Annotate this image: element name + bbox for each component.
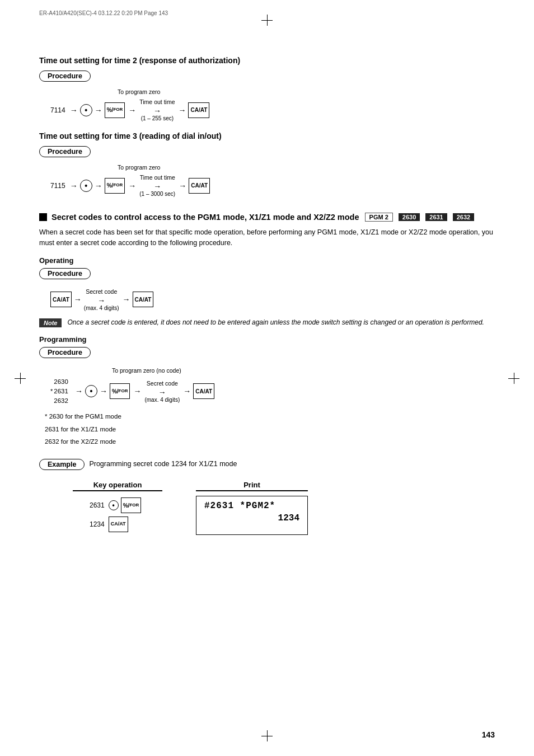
arrow-op2: → xyxy=(123,295,130,304)
programming-heading: Programming xyxy=(39,335,495,344)
badge-2632: 2632 xyxy=(453,213,474,221)
print-output: #2631 *PGM2* 1234 xyxy=(196,496,308,535)
header-text: ER-A410/A420(SEC)-4 03.12.22 0:20 PM Pag… xyxy=(39,10,168,16)
footnote-3: 2632 for the X2/Z2 mode xyxy=(45,436,495,447)
print-col: Print #2631 *PGM2* 1234 xyxy=(196,481,308,535)
operating-subsection: Operating Procedure CA/AT → Secret code … xyxy=(39,256,495,327)
for-key-time2: %/FOR xyxy=(105,102,125,118)
section-time2-title: Time out setting for time 2 (response of… xyxy=(39,56,495,65)
dot-key-time2: • xyxy=(80,104,92,116)
arrow-prog1: → xyxy=(75,387,83,396)
print-line2: 1234 xyxy=(204,513,299,523)
arrow-op1: → xyxy=(74,295,82,304)
section-secret: Secret codes to control access to the PG… xyxy=(39,213,495,535)
example-text: Programming secret code 1234 for X1/Z1 m… xyxy=(89,459,237,469)
section-time2: Time out setting for time 2 (response of… xyxy=(39,56,495,121)
footnote-1: * 2630 for the PGM1 mode xyxy=(45,411,495,421)
dot-key-ex: • xyxy=(109,500,119,510)
key-op-title: Key operation xyxy=(73,481,162,491)
crosshair-left xyxy=(15,373,26,384)
diagram-time3: 7115 → • → %/FOR → Time out time → (1 – … xyxy=(50,174,495,197)
example-row: Example Programming secret code 1234 for… xyxy=(39,456,495,473)
arrow1-time3: → xyxy=(70,181,78,190)
procedure-badge-operating: Procedure xyxy=(39,268,91,279)
section-time3-title: Time out setting for time 3 (reading of … xyxy=(39,132,495,140)
key-val-2631: 2631 xyxy=(90,501,105,509)
diagram-time2: 7114 → • → %/FOR → Time out time → (1 – … xyxy=(50,98,495,121)
secret-code-label-op: Secret code → (max. 4 digits) xyxy=(84,288,119,311)
note-block: Note Once a secret code is entered, it d… xyxy=(39,318,495,327)
arrow3-time2: → xyxy=(128,106,136,115)
crosshair-bottom xyxy=(261,730,273,741)
key-op-col: Key operation 2631 • %/FOR 1234 CA/AT xyxy=(73,481,162,535)
arrow-prog2: → xyxy=(100,387,107,396)
crosshair-top xyxy=(261,15,273,26)
key-val-1234: 1234 xyxy=(90,520,105,528)
step-num-time2: 7114 xyxy=(50,106,65,114)
procedure-badge-time2: Procedure xyxy=(39,71,91,82)
caat-key-ex: CA/AT xyxy=(109,516,128,532)
to-program-zero-time2: To program zero xyxy=(118,88,495,95)
badge-2630: 2630 xyxy=(399,213,420,221)
for-key-time3: %/FOR xyxy=(105,178,125,194)
for-key-ex: %/FOR xyxy=(121,497,142,513)
caat-key-op2: CA/AT xyxy=(133,292,154,307)
diagram-operating: CA/AT → Secret code → (max. 4 digits) → … xyxy=(50,288,495,311)
secret-body-text: When a secret code has been set for that… xyxy=(39,227,495,248)
operating-heading: Operating xyxy=(39,256,495,265)
badge-2631: 2631 xyxy=(425,213,447,221)
page: ER-A410/A420(SEC)-4 03.12.22 0:20 PM Pag… xyxy=(0,0,534,756)
note-badge: Note xyxy=(39,318,62,327)
arrow4-time2: → xyxy=(178,106,186,115)
stacked-nums: 2630 2631 2632 xyxy=(54,377,68,406)
major-section-title: Secret codes to control access to the PG… xyxy=(39,213,495,222)
arrow1-time2: → xyxy=(70,106,78,115)
major-section-text: Secret codes to control access to the PG… xyxy=(51,213,359,222)
procedure-badge-programming: Procedure xyxy=(39,347,91,358)
arrow2-time2: → xyxy=(95,106,102,115)
arrow2-time3: → xyxy=(95,181,102,190)
caat-key-op1: CA/AT xyxy=(50,292,72,307)
arrow-prog3: → xyxy=(133,387,141,396)
key-print-section: Key operation 2631 • %/FOR 1234 CA/AT xyxy=(73,481,495,535)
time-label-time3: Time out time → (1 – 3000 sec) xyxy=(139,174,175,197)
pgm2-badge: PGM 2 xyxy=(365,213,393,222)
example-section: Example Programming secret code 1234 for… xyxy=(39,456,495,535)
diagram-programming: * 2630 2631 2632 → • → %/FOR → Secret co… xyxy=(50,377,495,406)
caat-key-prog: CA/AT xyxy=(193,383,214,399)
print-line1: #2631 *PGM2* xyxy=(204,501,299,511)
dot-key-time3: • xyxy=(80,180,92,192)
arrow-prog4: → xyxy=(183,387,191,396)
example-badge: Example xyxy=(39,459,85,470)
time-label-time2: Time out time → (1 – 255 sec) xyxy=(139,98,175,121)
key-op-row-2: 1234 CA/AT xyxy=(90,516,128,532)
step-num-time3: 7115 xyxy=(50,182,65,190)
for-key-prog: %/FOR xyxy=(110,383,130,399)
secret-code-label-prog: Secret code → (max. 4 digits) xyxy=(144,380,180,403)
print-title: Print xyxy=(196,481,308,491)
arrow3-time3: → xyxy=(128,181,136,190)
footnote-2: 2631 for the X1/Z1 mode xyxy=(45,424,495,434)
programming-subsection: Programming Procedure To program zero (n… xyxy=(39,335,495,536)
crosshair-right xyxy=(508,373,519,384)
to-program-zero-time3: To program zero xyxy=(118,164,495,171)
to-program-zero-prog: To program zero (no code) xyxy=(112,367,495,374)
dot-key-prog: • xyxy=(85,385,97,397)
key-op-row-1: 2631 • %/FOR xyxy=(90,497,141,513)
page-number: 143 xyxy=(482,730,495,739)
arrow4-time3: → xyxy=(179,181,186,190)
black-square-icon xyxy=(39,213,47,221)
procedure-badge-time3: Procedure xyxy=(39,146,91,157)
section-time3: Time out setting for time 3 (reading of … xyxy=(39,132,495,197)
caat-key-time2: CA/AT xyxy=(188,102,209,118)
footnotes: * 2630 for the PGM1 mode 2631 for the X1… xyxy=(45,411,495,447)
caat-key-time3: CA/AT xyxy=(189,178,210,194)
note-text: Once a secret code is entered, it does n… xyxy=(67,318,484,327)
